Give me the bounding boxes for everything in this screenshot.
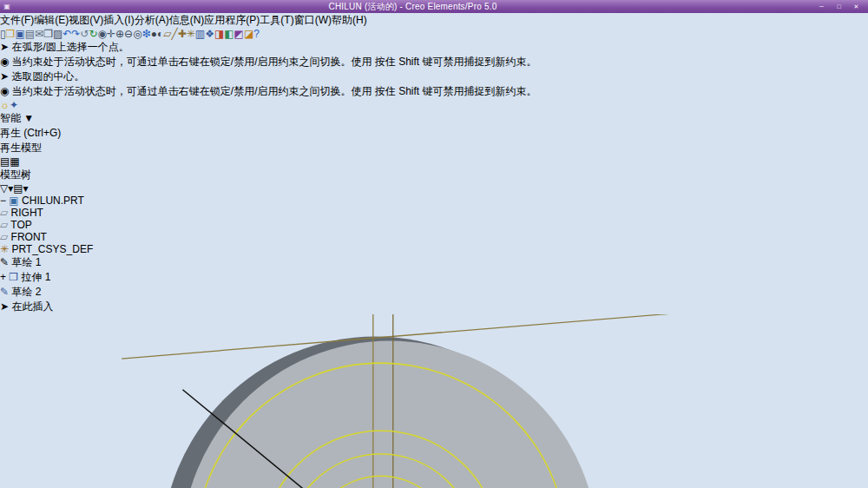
menu-insert[interactable]: 插入(I): [103, 14, 134, 26]
layers-icon[interactable]: ▥: [195, 28, 205, 40]
refit-icon[interactable]: ◎: [133, 28, 141, 40]
menu-bar: 文件(F)编辑(E)视图(V)插入(I)分析(A)信息(N)应用程序(P)工具(…: [0, 13, 868, 28]
paste-icon[interactable]: ▨: [53, 28, 62, 40]
message-text: 按住 Shift 键可禁用捕捉到新约束。: [375, 56, 537, 68]
smart-filter-value: 智能: [0, 112, 21, 124]
tree-item-label: FRONT: [11, 231, 47, 243]
menu-analysis[interactable]: 分析(A): [135, 14, 169, 26]
smart-filter-select[interactable]: 智能 ▼: [0, 111, 868, 126]
save-icon[interactable]: ▣: [15, 28, 24, 40]
menu-tools[interactable]: 工具(T): [260, 14, 293, 26]
zoom-in-icon[interactable]: ⊕: [115, 28, 124, 40]
tree-item-chilun-prt[interactable]: − ▣ CHILUN.PRT: [0, 195, 868, 207]
window-controls: ─□✕: [813, 2, 865, 11]
model-tree: − ▣ CHILUN.PRT ▱ RIGHT ▱ TOP ▱ FRONT ✳ P…: [0, 195, 868, 314]
tree-item-front[interactable]: ▱ FRONT: [0, 231, 868, 243]
sketch-icon: ✎: [0, 256, 9, 268]
layer-tree-tab[interactable]: ▦: [10, 155, 19, 168]
tree-item-extrude-1[interactable]: + ❒ 拉伸 1: [0, 270, 868, 285]
app-window-icon: ▣: [2, 3, 12, 10]
expander-icon[interactable]: −: [0, 195, 6, 207]
menu-window[interactable]: 窗口(W): [294, 14, 332, 26]
maximize-button[interactable]: □: [831, 2, 847, 11]
message-line: ◉ 当约束处于活动状态时，可通过单击右键在锁定/禁用/启用约束之间切换。使用 按…: [0, 84, 868, 99]
tree-item-label: RIGHT: [11, 207, 43, 219]
undo-icon[interactable]: ↶: [62, 28, 71, 40]
model-tree-panel: ▤▦ 模型树 ▽▾▤▾ − ▣ CHILUN.PRT ▱ RIGHT ▱ TOP: [0, 155, 868, 314]
chevron-down-icon[interactable]: ▼: [23, 112, 34, 124]
tree-item-label: 在此插入: [11, 300, 53, 313]
find-icon[interactable]: ◉: [97, 28, 106, 40]
tree-item-insert-here[interactable]: ➤ 在此插入: [0, 300, 868, 314]
message-line: ◉ 当约束处于活动状态时，可通过单击右键在锁定/禁用/启用约束之间切换。使用 按…: [0, 55, 868, 69]
repaint-icon[interactable]: ❇: [142, 28, 151, 40]
snap-settings-icon[interactable]: ✦: [10, 99, 18, 111]
shaded-display-icon[interactable]: ●: [151, 28, 157, 40]
menu-applications[interactable]: 应用程序(P): [204, 14, 260, 26]
minimize-button[interactable]: ─: [813, 2, 830, 11]
tree-item-prt-csys-def[interactable]: ✳ PRT_CSYS_DEF: [0, 243, 868, 255]
prompt-icon: ➤: [0, 41, 9, 53]
print-icon[interactable]: ▤: [25, 28, 35, 40]
open-file-icon[interactable]: ❒: [6, 28, 16, 40]
extrude-icon: ❒: [9, 271, 18, 283]
graphics-viewport[interactable]: FRONT RIGHT PRT_CSYS_DEF Ø73.39 Ø46.82 Ø…: [0, 314, 868, 488]
viewport-canvas[interactable]: [0, 314, 868, 488]
tree-item-sketch-2[interactable]: ✎ 草绘 2: [0, 285, 868, 300]
front-datum-edge: [122, 314, 825, 359]
expander-icon[interactable]: +: [0, 271, 6, 283]
datum-plane-icon: ▱: [0, 207, 8, 219]
datum-display-csys-icon[interactable]: ◪: [244, 28, 253, 40]
regenerate-manager-icon[interactable]: ↺: [80, 28, 89, 40]
view-manager-icon[interactable]: ❖: [205, 28, 214, 40]
tree-item-right[interactable]: ▱ RIGHT: [0, 207, 868, 219]
datum-plane-icon: ▱: [0, 231, 8, 243]
message-text: 在弧形/圆上选择一个点。: [11, 41, 128, 53]
close-button[interactable]: ✕: [848, 2, 865, 11]
message-text: 当约束处于活动状态时，可通过单击右键在锁定/禁用/启用约束之间切换。使用: [12, 85, 372, 97]
tree-item-label: PRT_CSYS_DEF: [11, 243, 93, 255]
menu-info[interactable]: 信息(N): [169, 14, 205, 26]
model-tree-title: 模型树: [0, 168, 31, 181]
menu-help[interactable]: 帮助(H): [332, 14, 367, 26]
context-help-icon[interactable]: ?: [253, 28, 260, 40]
message-line: ➤ 选取圆的中心。: [0, 69, 868, 84]
tree-item-label: CHILUN.PRT: [22, 195, 84, 207]
message-area: ➤ 在弧形/圆上选择一个点。 ◉ 当约束处于活动状态时，可通过单击右键在锁定/禁…: [0, 40, 868, 126]
select-filter-icon[interactable]: ✛: [107, 28, 115, 40]
info-icon: ◉: [0, 85, 9, 97]
message-line: ➤ 在弧形/圆上选择一个点。: [0, 40, 868, 55]
tree-item-top[interactable]: ▱ TOP: [0, 219, 868, 231]
tree-item-label: 草绘 2: [11, 286, 41, 298]
new-file-icon[interactable]: ▯: [0, 28, 6, 40]
tree-column-settings-button[interactable]: ▤▾: [13, 182, 28, 195]
model-tree-header: 模型树 ▽▾▤▾: [0, 168, 868, 195]
redo-icon[interactable]: ↷: [71, 28, 80, 40]
menu-view[interactable]: 视图(V): [69, 14, 103, 26]
model-tree-tab[interactable]: ▤: [0, 155, 10, 168]
tree-item-sketch-1[interactable]: ✎ 草绘 1: [0, 255, 868, 270]
datum-display-points-icon[interactable]: ◩: [234, 28, 244, 40]
datum-axis-toggle-icon[interactable]: ╱: [171, 28, 177, 40]
window-title: CHILUN (活动的) - Creo Elements/Pro 5.0: [12, 1, 813, 13]
tree-item-label: TOP: [10, 219, 31, 231]
title-bar: ▣ CHILUN (活动的) - Creo Elements/Pro 5.0 ─…: [0, 0, 868, 13]
tooltip-description: 再生模型: [0, 141, 868, 155]
csys-toggle-icon[interactable]: ✳: [187, 28, 195, 40]
datum-display-planes-icon[interactable]: ◨: [214, 28, 224, 40]
regenerate-icon[interactable]: ↻: [89, 28, 97, 40]
datum-display-axes-icon[interactable]: ◧: [224, 28, 233, 40]
menu-file[interactable]: 文件(F): [0, 14, 34, 26]
prompt-icon: ➤: [0, 70, 9, 82]
info-icon: ◉: [0, 56, 9, 68]
copy-icon[interactable]: ❐: [43, 28, 53, 40]
message-text: 按住 Shift 键可禁用捕捉到新约束。: [375, 85, 537, 97]
suggestion-bulb-icon[interactable]: ☼: [0, 99, 10, 111]
menu-edit[interactable]: 编辑(E): [34, 14, 69, 26]
csys-icon: ✳: [0, 243, 9, 255]
tree-show-filter-button[interactable]: ▽▾: [0, 182, 13, 195]
zoom-out-icon[interactable]: ⊖: [124, 28, 133, 40]
tree-item-label: 草绘 1: [11, 256, 41, 268]
datum-point-toggle-icon[interactable]: ✚: [178, 28, 187, 40]
email-icon[interactable]: ✉: [35, 28, 43, 40]
